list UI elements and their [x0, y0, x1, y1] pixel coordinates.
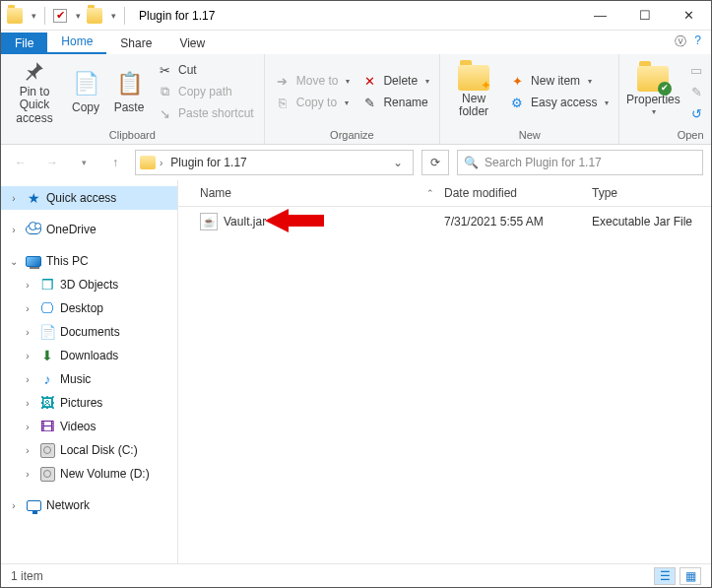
forward-button[interactable]: →: [40, 151, 64, 174]
qat-dropdown-icon[interactable]: ▾: [32, 11, 36, 21]
onedrive-icon: [25, 221, 42, 238]
navigation-row: ← → ▾ ↑ › Plugin for 1.17 ⌄ ⟳ 🔍: [1, 145, 711, 180]
details-view-button[interactable]: ☰: [654, 567, 676, 585]
rename-button[interactable]: ✎Rename: [357, 93, 433, 112]
sort-indicator-icon: ⌃: [426, 188, 434, 198]
open-icon: ▭: [688, 62, 704, 78]
column-type[interactable]: Type: [592, 186, 711, 200]
sidebar-item-new-volume[interactable]: ›New Volume (D:): [1, 462, 177, 486]
column-date[interactable]: Date modified: [444, 186, 592, 200]
main-area: ›★Quick access ›OneDrive ⌄This PC ›❒3D O…: [1, 180, 711, 563]
group-label-clipboard: Clipboard: [1, 129, 264, 144]
sidebar-item-downloads[interactable]: ›⬇Downloads: [1, 344, 177, 367]
rename-icon: ✎: [361, 95, 377, 110]
file-row[interactable]: ☕Vault.jar 7/31/2021 5:55 AM Executable …: [178, 207, 711, 236]
file-name: Vault.jar: [224, 215, 266, 229]
copy-to-icon: ⎘: [275, 95, 291, 110]
sidebar-item-this-pc[interactable]: ⌄This PC: [1, 249, 177, 273]
history-button[interactable]: ↺History: [684, 103, 712, 123]
window-controls: — ☐ ✕: [578, 1, 711, 31]
ribbon-collapse-icon[interactable]: ⓥ: [675, 33, 686, 50]
breadcrumb-root-chevron-icon[interactable]: ›: [160, 158, 162, 168]
paste-button[interactable]: 📋 Paste: [109, 59, 149, 124]
easy-access-icon: ⚙: [509, 95, 525, 110]
new-folder-icon: [458, 65, 489, 91]
edit-button[interactable]: ✎Edit: [684, 82, 712, 101]
group-new: New folder ✦New item▾ ⚙Easy access▾ New: [440, 54, 619, 144]
easy-access-button[interactable]: ⚙Easy access▾: [505, 93, 613, 112]
network-icon: [25, 496, 42, 514]
copy-button[interactable]: 📄 Copy: [66, 59, 105, 124]
move-to-button[interactable]: ➔Move to▾: [271, 71, 355, 91]
column-name[interactable]: Name⌃: [178, 186, 444, 200]
sidebar-item-desktop[interactable]: ›🖵Desktop: [1, 296, 177, 320]
title-bar: ▾ ✔ ▾ ▾ Plugin for 1.17 — ☐ ✕: [1, 1, 711, 31]
address-bar[interactable]: › Plugin for 1.17 ⌄: [135, 150, 414, 175]
up-button[interactable]: ↑: [103, 151, 127, 174]
desktop-icon: 🖵: [38, 299, 56, 317]
new-item-icon: ✦: [509, 73, 525, 89]
videos-icon: 🎞: [38, 418, 56, 435]
properties-button[interactable]: Properties▾: [625, 59, 680, 124]
tab-view[interactable]: View: [165, 33, 219, 54]
new-item-button[interactable]: ✦New item▾: [505, 71, 613, 91]
scissors-icon: ✂: [157, 62, 172, 78]
sidebar-item-videos[interactable]: ›🎞Videos: [1, 415, 177, 438]
recent-locations-button[interactable]: ▾: [72, 151, 96, 174]
open-button[interactable]: ▭Open▾: [684, 60, 712, 80]
history-icon: ↺: [688, 105, 704, 121]
file-list-area: Name⌃ Date modified Type ☕Vault.jar 7/31…: [178, 180, 711, 563]
search-icon: 🔍: [464, 156, 479, 169]
this-pc-icon: [25, 252, 42, 270]
group-clipboard: Pin to Quick access 📄 Copy 📋 Paste ✂Cut …: [1, 54, 265, 144]
local-disk-icon: [38, 441, 56, 459]
file-date: 7/31/2021 5:55 AM: [444, 215, 592, 229]
breadcrumb-dropdown-icon[interactable]: ⌄: [387, 156, 409, 169]
help-icon[interactable]: ?: [694, 33, 701, 50]
sidebar-item-music[interactable]: ›♪Music: [1, 367, 177, 391]
properties-qat-icon[interactable]: ✔: [53, 9, 67, 23]
column-headers: Name⌃ Date modified Type: [178, 180, 711, 207]
group-label-new: New: [440, 129, 618, 144]
search-box[interactable]: 🔍: [457, 150, 703, 175]
jar-file-icon: ☕: [200, 213, 218, 230]
search-input[interactable]: [485, 156, 696, 169]
large-icons-view-button[interactable]: ▦: [680, 567, 701, 585]
sidebar-item-quick-access[interactable]: ›★Quick access: [1, 186, 177, 210]
folder-qat-icon[interactable]: [87, 8, 102, 24]
sidebar-item-3d-objects[interactable]: ›❒3D Objects: [1, 273, 177, 296]
copy-path-icon: ⧉: [157, 84, 172, 99]
sidebar-item-local-disk[interactable]: ›Local Disk (C:): [1, 438, 177, 462]
qat-dropdown2-icon[interactable]: ▾: [76, 11, 81, 21]
new-folder-button[interactable]: New folder: [446, 59, 501, 124]
tab-share[interactable]: Share: [106, 33, 165, 54]
tab-home[interactable]: Home: [47, 31, 106, 54]
status-item-count: 1 item: [11, 569, 43, 583]
back-button[interactable]: ←: [9, 151, 32, 174]
quick-access-toolbar: ▾ ✔ ▾ ▾: [1, 7, 133, 25]
qat-customize-icon[interactable]: ▾: [111, 11, 116, 21]
delete-button[interactable]: ✕Delete▾: [357, 71, 433, 91]
cut-button[interactable]: ✂Cut: [153, 60, 258, 80]
sidebar-item-documents[interactable]: ›📄Documents: [1, 320, 177, 344]
paste-shortcut-button[interactable]: ↘Paste shortcut: [153, 103, 258, 123]
sidebar-item-network[interactable]: ›Network: [1, 493, 177, 517]
window-title: Plugin for 1.17: [139, 9, 215, 23]
minimize-button[interactable]: —: [578, 1, 622, 31]
refresh-button[interactable]: ⟳: [421, 150, 449, 175]
group-open: Properties▾ ▭Open▾ ✎Edit ↺History Open: [619, 54, 712, 144]
sidebar-item-pictures[interactable]: ›🖼Pictures: [1, 391, 177, 415]
objects3d-icon: ❒: [38, 276, 56, 294]
copy-to-button[interactable]: ⎘Copy to▾: [271, 93, 355, 112]
copy-path-button[interactable]: ⧉Copy path: [153, 82, 258, 101]
pin-to-quick-access-button[interactable]: Pin to Quick access: [7, 59, 62, 124]
breadcrumb-segment[interactable]: Plugin for 1.17: [166, 156, 250, 169]
shortcut-icon: ↘: [157, 105, 172, 121]
delete-icon: ✕: [361, 73, 377, 89]
sidebar-item-onedrive[interactable]: ›OneDrive: [1, 218, 177, 241]
close-button[interactable]: ✕: [667, 1, 711, 31]
new-volume-icon: [38, 465, 56, 483]
tab-file[interactable]: File: [1, 33, 47, 54]
maximize-button[interactable]: ☐: [622, 1, 667, 31]
quick-access-icon: ★: [25, 189, 42, 207]
